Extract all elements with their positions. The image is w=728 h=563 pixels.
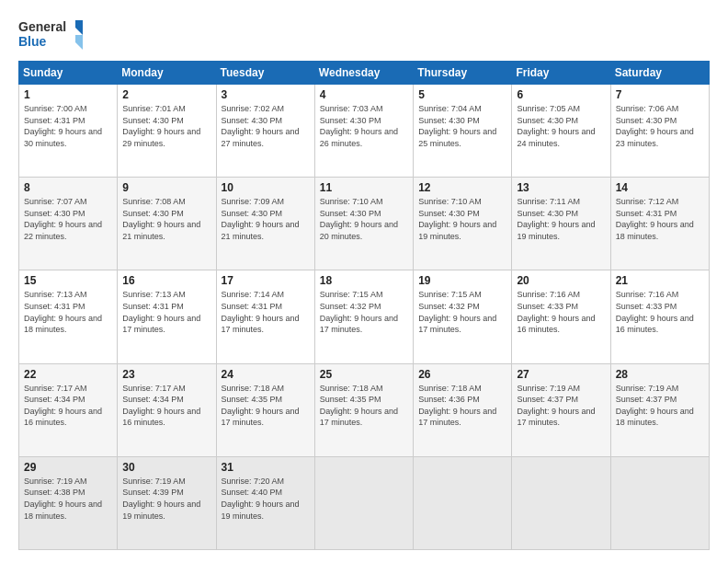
svg-text:Blue: Blue (18, 34, 47, 49)
day-number: 22 (24, 368, 112, 381)
day-info: Sunrise: 7:16 AMSunset: 4:33 PMDaylight:… (517, 290, 595, 334)
day-cell: 1 Sunrise: 7:00 AMSunset: 4:31 PMDayligh… (19, 85, 118, 178)
day-number: 9 (122, 181, 210, 194)
day-info: Sunrise: 7:13 AMSunset: 4:31 PMDaylight:… (24, 290, 102, 334)
day-cell: 4 Sunrise: 7:03 AMSunset: 4:30 PMDayligh… (314, 85, 413, 178)
logo-svg: General Blue (18, 17, 83, 52)
day-number: 4 (320, 88, 408, 101)
day-info: Sunrise: 7:04 AMSunset: 4:30 PMDaylight:… (418, 104, 496, 148)
day-cell: 31 Sunrise: 7:20 AMSunset: 4:40 PMDaylig… (216, 456, 314, 549)
day-info: Sunrise: 7:16 AMSunset: 4:33 PMDaylight:… (616, 290, 694, 334)
day-cell: 19 Sunrise: 7:15 AMSunset: 4:32 PMDaylig… (414, 270, 512, 363)
day-cell: 22 Sunrise: 7:17 AMSunset: 4:34 PMDaylig… (19, 363, 118, 456)
column-header-wednesday: Wednesday (314, 62, 413, 85)
day-info: Sunrise: 7:19 AMSunset: 4:38 PMDaylight:… (24, 477, 102, 521)
day-cell (610, 456, 709, 549)
week-row-2: 8 Sunrise: 7:07 AMSunset: 4:30 PMDayligh… (19, 178, 710, 270)
day-cell: 24 Sunrise: 7:18 AMSunset: 4:35 PMDaylig… (216, 363, 314, 456)
day-info: Sunrise: 7:19 AMSunset: 4:37 PMDaylight:… (616, 384, 694, 428)
day-info: Sunrise: 7:19 AMSunset: 4:39 PMDaylight:… (122, 477, 200, 521)
day-cell: 20 Sunrise: 7:16 AMSunset: 4:33 PMDaylig… (512, 270, 610, 363)
day-cell: 5 Sunrise: 7:04 AMSunset: 4:30 PMDayligh… (414, 85, 512, 178)
page: General Blue SundayMondayTuesdayWednesda… (0, 0, 728, 563)
day-number: 21 (616, 274, 704, 287)
day-cell: 28 Sunrise: 7:19 AMSunset: 4:37 PMDaylig… (610, 363, 709, 456)
day-info: Sunrise: 7:09 AMSunset: 4:30 PMDaylight:… (222, 197, 300, 241)
column-header-sunday: Sunday (19, 62, 118, 85)
day-number: 14 (616, 181, 704, 194)
day-info: Sunrise: 7:20 AMSunset: 4:40 PMDaylight:… (222, 477, 300, 521)
day-cell: 18 Sunrise: 7:15 AMSunset: 4:32 PMDaylig… (314, 270, 413, 363)
day-cell: 23 Sunrise: 7:17 AMSunset: 4:34 PMDaylig… (118, 363, 216, 456)
day-cell: 29 Sunrise: 7:19 AMSunset: 4:38 PMDaylig… (19, 456, 118, 549)
day-info: Sunrise: 7:06 AMSunset: 4:30 PMDaylight:… (616, 104, 694, 148)
day-cell: 2 Sunrise: 7:01 AMSunset: 4:30 PMDayligh… (118, 85, 216, 178)
day-number: 17 (222, 274, 310, 287)
day-number: 29 (24, 461, 112, 474)
day-cell (414, 456, 512, 549)
day-number: 16 (122, 274, 210, 287)
column-header-thursday: Thursday (414, 62, 512, 85)
header: General Blue (18, 17, 710, 52)
day-cell: 27 Sunrise: 7:19 AMSunset: 4:37 PMDaylig… (512, 363, 610, 456)
column-header-friday: Friday (512, 62, 610, 85)
day-info: Sunrise: 7:17 AMSunset: 4:34 PMDaylight:… (122, 384, 200, 428)
day-cell: 8 Sunrise: 7:07 AMSunset: 4:30 PMDayligh… (19, 178, 118, 270)
day-cell: 15 Sunrise: 7:13 AMSunset: 4:31 PMDaylig… (19, 270, 118, 363)
day-info: Sunrise: 7:08 AMSunset: 4:30 PMDaylight:… (122, 197, 200, 241)
day-number: 7 (616, 88, 704, 101)
column-header-saturday: Saturday (610, 62, 709, 85)
week-row-4: 22 Sunrise: 7:17 AMSunset: 4:34 PMDaylig… (19, 363, 710, 456)
week-row-3: 15 Sunrise: 7:13 AMSunset: 4:31 PMDaylig… (19, 270, 710, 363)
day-info: Sunrise: 7:17 AMSunset: 4:34 PMDaylight:… (24, 384, 102, 428)
svg-marker-3 (75, 35, 83, 50)
day-cell (512, 456, 610, 549)
day-info: Sunrise: 7:13 AMSunset: 4:31 PMDaylight:… (122, 290, 200, 334)
week-row-5: 29 Sunrise: 7:19 AMSunset: 4:38 PMDaylig… (19, 456, 710, 549)
day-cell: 11 Sunrise: 7:10 AMSunset: 4:30 PMDaylig… (314, 178, 413, 270)
day-number: 24 (222, 368, 310, 381)
day-number: 8 (24, 181, 112, 194)
week-row-1: 1 Sunrise: 7:00 AMSunset: 4:31 PMDayligh… (19, 85, 710, 178)
day-info: Sunrise: 7:18 AMSunset: 4:35 PMDaylight:… (320, 384, 398, 428)
svg-text:General: General (18, 19, 66, 34)
day-info: Sunrise: 7:18 AMSunset: 4:35 PMDaylight:… (222, 384, 300, 428)
day-info: Sunrise: 7:15 AMSunset: 4:32 PMDaylight:… (418, 290, 496, 334)
day-cell: 26 Sunrise: 7:18 AMSunset: 4:36 PMDaylig… (414, 363, 512, 456)
calendar-table: SundayMondayTuesdayWednesdayThursdayFrid… (18, 61, 710, 550)
day-number: 10 (222, 181, 310, 194)
day-number: 31 (222, 461, 310, 474)
day-cell: 3 Sunrise: 7:02 AMSunset: 4:30 PMDayligh… (216, 85, 314, 178)
day-cell: 6 Sunrise: 7:05 AMSunset: 4:30 PMDayligh… (512, 85, 610, 178)
day-number: 20 (517, 274, 605, 287)
day-cell: 14 Sunrise: 7:12 AMSunset: 4:31 PMDaylig… (610, 178, 709, 270)
day-cell: 13 Sunrise: 7:11 AMSunset: 4:30 PMDaylig… (512, 178, 610, 270)
day-number: 25 (320, 368, 408, 381)
day-number: 18 (320, 274, 408, 287)
day-cell: 9 Sunrise: 7:08 AMSunset: 4:30 PMDayligh… (118, 178, 216, 270)
column-header-tuesday: Tuesday (216, 62, 314, 85)
day-info: Sunrise: 7:14 AMSunset: 4:31 PMDaylight:… (222, 290, 300, 334)
day-info: Sunrise: 7:18 AMSunset: 4:36 PMDaylight:… (418, 384, 496, 428)
day-cell: 10 Sunrise: 7:09 AMSunset: 4:30 PMDaylig… (216, 178, 314, 270)
day-cell (314, 456, 413, 549)
day-info: Sunrise: 7:15 AMSunset: 4:32 PMDaylight:… (320, 290, 398, 334)
day-cell: 25 Sunrise: 7:18 AMSunset: 4:35 PMDaylig… (314, 363, 413, 456)
day-info: Sunrise: 7:10 AMSunset: 4:30 PMDaylight:… (320, 197, 398, 241)
day-cell: 21 Sunrise: 7:16 AMSunset: 4:33 PMDaylig… (610, 270, 709, 363)
day-number: 2 (122, 88, 210, 101)
day-number: 23 (122, 368, 210, 381)
day-number: 12 (418, 181, 506, 194)
day-number: 11 (320, 181, 408, 194)
day-number: 26 (418, 368, 506, 381)
day-cell: 17 Sunrise: 7:14 AMSunset: 4:31 PMDaylig… (216, 270, 314, 363)
day-info: Sunrise: 7:12 AMSunset: 4:31 PMDaylight:… (616, 197, 694, 241)
logo: General Blue (18, 17, 83, 52)
day-info: Sunrise: 7:10 AMSunset: 4:30 PMDaylight:… (418, 197, 496, 241)
day-cell: 7 Sunrise: 7:06 AMSunset: 4:30 PMDayligh… (610, 85, 709, 178)
day-number: 3 (222, 88, 310, 101)
day-info: Sunrise: 7:11 AMSunset: 4:30 PMDaylight:… (517, 197, 595, 241)
day-number: 19 (418, 274, 506, 287)
day-info: Sunrise: 7:02 AMSunset: 4:30 PMDaylight:… (222, 104, 300, 148)
day-info: Sunrise: 7:05 AMSunset: 4:30 PMDaylight:… (517, 104, 595, 148)
